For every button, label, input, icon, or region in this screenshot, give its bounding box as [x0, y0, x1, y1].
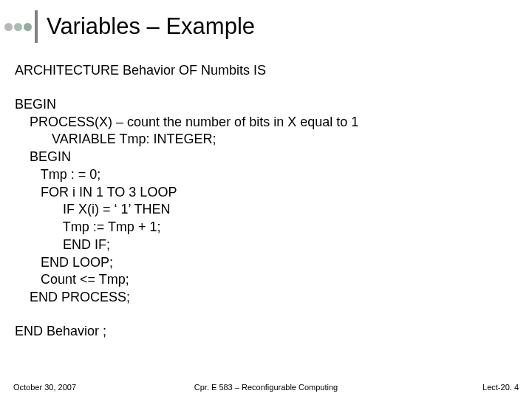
slide: Variables – Example ARCHITECTURE Behavio… — [0, 0, 532, 399]
code-line: Tmp := Tmp + 1; — [15, 219, 532, 236]
slide-title: Variables – Example — [47, 13, 255, 40]
slide-body: ARCHITECTURE Behavior OF Numbits IS BEGI… — [0, 43, 532, 341]
vertical-bar-icon — [35, 10, 38, 43]
code-line: FOR i IN 1 TO 3 LOOP — [15, 184, 532, 202]
code-line: BEGIN — [15, 149, 532, 166]
blank-line — [15, 80, 532, 96]
blank-line — [15, 307, 532, 323]
code-line: VARIABLE Tmp: INTEGER; — [15, 131, 532, 149]
code-line: ARCHITECTURE Behavior OF Numbits IS — [15, 62, 532, 80]
decorative-dots — [4, 23, 32, 31]
code-line: END LOOP; — [15, 254, 532, 272]
code-line: Tmp : = 0; — [15, 166, 532, 184]
code-line: Count <= Tmp; — [15, 271, 532, 289]
code-line: IF X(i) = ‘ 1’ THEN — [15, 201, 532, 219]
title-row: Variables – Example — [0, 0, 532, 43]
dot-icon — [24, 23, 32, 31]
footer-slide-number: Lect-20. 4 — [482, 383, 519, 392]
code-line: END PROCESS; — [15, 289, 532, 307]
code-line: END IF; — [15, 236, 532, 254]
code-line: END Behavior ; — [15, 323, 532, 341]
footer-course: Cpr. E 583 – Reconfigurable Computing — [0, 383, 532, 392]
code-line: PROCESS(X) – count the number of bits in… — [15, 114, 532, 132]
dot-icon — [14, 23, 22, 31]
slide-footer: October 30, 2007 Cpr. E 583 – Reconfigur… — [0, 383, 532, 392]
dot-icon — [4, 23, 13, 31]
code-line: BEGIN — [15, 96, 532, 114]
